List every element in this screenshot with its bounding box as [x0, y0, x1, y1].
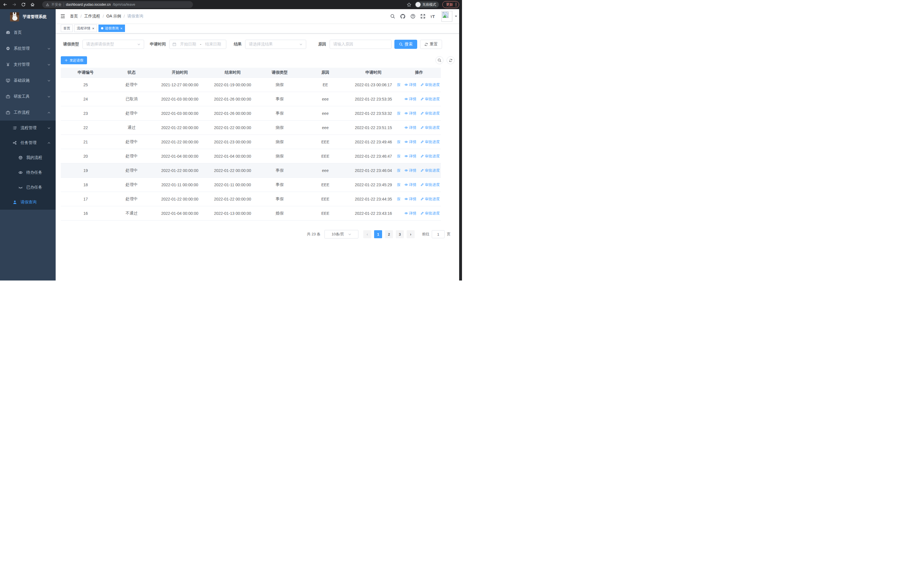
breadcrumb-item[interactable]: OA 示例 [106, 14, 121, 19]
sidebar-item-研发工具[interactable]: 研发工具 [0, 89, 56, 105]
sidebar-item-首页[interactable]: 首页 [0, 24, 56, 41]
cell-status: 通过 [110, 125, 153, 130]
detail-link[interactable]: 详情 [404, 111, 416, 116]
audit-progress-link[interactable]: 审批进度 [420, 111, 440, 116]
sidebar-item-任务管理[interactable]: 任务管理 [0, 135, 56, 150]
prev-page-button[interactable]: ‹ [363, 230, 371, 238]
home-icon[interactable] [30, 2, 35, 7]
forward-icon[interactable] [12, 2, 16, 7]
audit-progress-link[interactable]: 审批进度 [420, 211, 440, 216]
chevron-down-icon [47, 126, 51, 130]
pen-icon [420, 168, 424, 172]
page-number-button[interactable]: 2 [385, 230, 393, 238]
sidebar-item-支付管理[interactable]: 支付管理 [0, 57, 56, 72]
help-icon[interactable] [410, 14, 416, 19]
browser-scrollbar[interactable] [459, 9, 462, 281]
sidebar-item-已办任务[interactable]: 已办任务 [0, 180, 56, 195]
cancel-leave-link[interactable]: 取消请假 [397, 111, 400, 116]
reset-button[interactable]: 重置 [420, 40, 442, 49]
apply-time-range-picker[interactable]: 开始日期 - 结束日期 [169, 40, 226, 49]
page-number-button[interactable]: 3 [396, 230, 404, 238]
tag-tab-首页[interactable]: 首页 [61, 24, 73, 32]
cancel-leave-link[interactable]: 取消请假 [397, 197, 400, 202]
sidebar-item-请假查询[interactable]: 请假查询 [0, 195, 56, 210]
sidebar-item-工作流程[interactable]: 工作流程 [0, 105, 56, 120]
tag-label: 流程详情 [77, 26, 90, 31]
cell-apply-time: 2022-01-22 23:53:35 [350, 97, 397, 101]
caret-down-icon [454, 15, 458, 17]
close-icon[interactable]: × [120, 27, 123, 30]
reason-placeholder: 请输入原因 [333, 42, 353, 47]
cancel-leave-link[interactable]: 取消请假 [397, 182, 400, 187]
audit-progress-link[interactable]: 审批进度 [420, 82, 440, 87]
font-size-icon[interactable]: TT [430, 14, 435, 18]
refresh-table-button[interactable] [447, 56, 454, 64]
sidebar-logo-row[interactable]: 芋道管理系统 [0, 9, 56, 24]
browser-update-button[interactable]: 更新 [442, 1, 459, 8]
address-bar[interactable]: 不安全 dashboard.yudao.iocoder.cn/bpm/oa/le… [42, 1, 193, 8]
audit-progress-link[interactable]: 审批进度 [420, 182, 440, 187]
cancel-leave-link[interactable]: 取消请假 [397, 168, 400, 173]
sidebar-item-系统管理[interactable]: 系统管理 [0, 41, 56, 57]
breadcrumb-separator: / [103, 14, 104, 18]
back-icon[interactable] [3, 2, 8, 7]
leave-type-select[interactable]: 请选择请假类型 [82, 40, 144, 49]
fullscreen-icon[interactable] [420, 14, 426, 19]
detail-link[interactable]: 详情 [404, 139, 416, 144]
detail-link[interactable]: 详情 [404, 197, 416, 202]
user-avatar-menu[interactable] [441, 11, 458, 22]
table-toolbar: 发起请假 [61, 56, 459, 64]
audit-progress-link[interactable]: 审批进度 [420, 96, 440, 102]
reason-input[interactable]: 请输入原因 [330, 40, 392, 49]
detail-link[interactable]: 详情 [404, 182, 416, 187]
chevron-down-icon [47, 47, 51, 50]
search-icon [399, 42, 403, 46]
detail-link[interactable]: 详情 [404, 168, 416, 173]
sidebar-item-我的流程[interactable]: 我的流程 [0, 150, 56, 165]
tag-tab-请假查询[interactable]: 请假查询× [99, 24, 125, 32]
show-search-button[interactable] [435, 56, 444, 64]
cancel-leave-link[interactable]: 取消请假 [397, 139, 400, 144]
cancel-leave-link[interactable]: 取消请假 [397, 154, 400, 159]
close-icon[interactable]: × [92, 27, 94, 30]
github-icon[interactable] [400, 14, 405, 19]
result-select[interactable]: 请选择流结果 [245, 40, 306, 49]
pen-icon [420, 183, 424, 186]
sidebar-fold-icon[interactable] [60, 14, 65, 19]
search-icon[interactable] [390, 14, 395, 19]
sidebar-item-待办任务[interactable]: 待办任务 [0, 165, 56, 180]
audit-progress-link[interactable]: 审批进度 [420, 168, 440, 173]
audit-progress-link[interactable]: 审批进度 [420, 139, 440, 144]
menu-dots-icon[interactable] [455, 3, 457, 7]
cell-leave-type: 病假 [258, 82, 301, 87]
detail-link[interactable]: 详情 [404, 211, 416, 216]
list-icon [12, 126, 17, 130]
goto-page-input[interactable] [432, 230, 445, 238]
search-button[interactable]: 搜索 [394, 40, 417, 49]
detail-link[interactable]: 详情 [404, 154, 416, 159]
next-page-button[interactable]: › [406, 230, 415, 238]
audit-progress-link[interactable]: 审批进度 [420, 125, 440, 130]
cell-apply-time: 2022-01-22 23:49:46 [350, 140, 397, 144]
cell-id: 21 [61, 140, 110, 144]
tag-tab-流程详情[interactable]: 流程详情× [74, 24, 97, 32]
detail-link[interactable]: 详情 [404, 125, 416, 130]
create-leave-button[interactable]: 发起请假 [61, 56, 87, 64]
reload-icon[interactable] [21, 2, 26, 7]
end-date-placeholder: 结束日期 [203, 42, 223, 47]
sidebar-item-流程管理[interactable]: 流程管理 [0, 120, 56, 135]
breadcrumb-item[interactable]: 工作流程 [84, 14, 100, 19]
audit-progress-link[interactable]: 审批进度 [420, 154, 440, 159]
detail-link[interactable]: 详情 [404, 82, 416, 87]
breadcrumb-item[interactable]: 首页 [70, 14, 78, 19]
cell-id: 20 [61, 154, 110, 158]
browser-chrome: 不安全 dashboard.yudao.iocoder.cn/bpm/oa/le… [0, 0, 462, 9]
cancel-leave-link[interactable]: 取消请假 [397, 82, 400, 87]
sidebar-item-基础设施[interactable]: 基础设施 [0, 72, 56, 89]
page-size-select[interactable]: 10条/页 [324, 230, 358, 239]
detail-link[interactable]: 详情 [404, 96, 416, 102]
sidebar-item-label: 请假查询 [21, 200, 36, 205]
audit-progress-link[interactable]: 审批进度 [420, 197, 440, 202]
bookmark-star-icon[interactable] [406, 2, 411, 7]
page-number-button[interactable]: 1 [374, 230, 382, 238]
